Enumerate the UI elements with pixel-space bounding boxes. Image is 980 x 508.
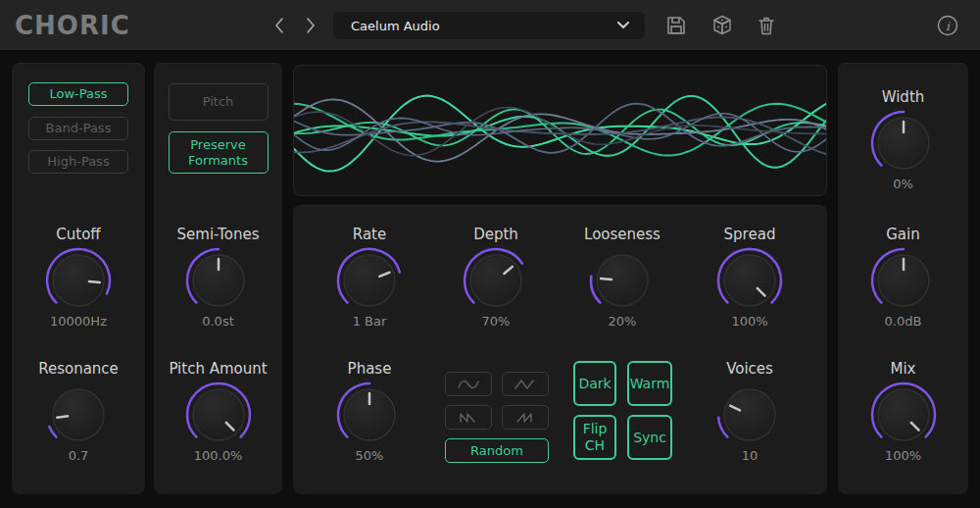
rate-value: 1 Bar	[353, 314, 387, 329]
info-button[interactable]: i	[936, 14, 959, 37]
width-knob[interactable]	[865, 105, 942, 181]
pitch-toggle-button[interactable]: Pitch	[169, 83, 269, 121]
chevron-right-icon	[298, 14, 321, 37]
gain-label: Gain	[886, 225, 920, 244]
depth-knob-group: Depth 70%	[442, 225, 550, 329]
top-bar: CHORIC Caelum Audio	[0, 0, 980, 51]
depth-knob[interactable]	[458, 242, 534, 319]
rate-knob-group: Rate 1 Bar	[316, 225, 423, 329]
svg-text:i: i	[946, 20, 951, 33]
randomize-preset-button[interactable]	[710, 14, 734, 37]
filter-mode-lowpass-button[interactable]: Low-Pass	[28, 82, 128, 106]
modulation-panel: Rate 1 Bar Depth 70% Looseness 20% Sprea…	[293, 205, 827, 494]
preset-name: Caelum Audio	[333, 19, 617, 33]
depth-value: 70%	[482, 314, 511, 329]
voices-knob[interactable]	[711, 377, 788, 453]
resonance-label: Resonance	[38, 359, 119, 379]
lfo-shape-triangle-button[interactable]	[502, 372, 549, 396]
flip-channels-toggle-button[interactable]: Flip CH	[573, 415, 616, 460]
gain-knob[interactable]	[865, 242, 942, 319]
looseness-knob-group: Looseness 20%	[568, 225, 676, 329]
triangle-wave-icon	[514, 378, 537, 391]
cutoff-knob[interactable]	[40, 242, 117, 319]
spread-knob-group: Spread 100%	[696, 225, 804, 329]
pitch-amount-knob-group: Pitch Amount 100.0%	[165, 359, 272, 463]
pitch-amount-value: 100.0%	[194, 448, 243, 463]
mix-label: Mix	[891, 359, 916, 379]
saw-up-wave-icon	[514, 411, 537, 425]
gain-knob-group: Gain 0.0dB	[850, 225, 957, 329]
phase-value: 50%	[356, 448, 384, 463]
info-icon: i	[936, 14, 959, 37]
resonance-value: 0.7	[69, 448, 89, 463]
output-panel: Width 0% Gain 0.0dB Mix 100%	[838, 63, 968, 494]
pitch-panel: Pitch Preserve Formants Semi-Tones 0.0st…	[154, 63, 282, 494]
semitones-label: Semi-Tones	[177, 225, 260, 244]
waveform-display	[293, 65, 827, 196]
sync-toggle-button[interactable]: Sync	[627, 415, 672, 460]
lfo-shape-sine-button[interactable]	[445, 372, 492, 396]
chevron-left-icon	[269, 14, 292, 37]
lfo-shape-random-button[interactable]: Random	[445, 438, 549, 463]
waveform-lines	[294, 66, 826, 195]
mix-value: 100%	[885, 448, 921, 463]
phase-knob-group: Phase 50%	[316, 359, 423, 463]
save-preset-button[interactable]	[664, 14, 688, 37]
depth-label: Depth	[473, 225, 518, 244]
cutoff-value: 10000Hz	[50, 314, 107, 329]
width-value: 0%	[893, 177, 913, 191]
looseness-value: 20%	[609, 314, 637, 329]
width-label: Width	[882, 87, 925, 107]
looseness-label: Looseness	[584, 225, 661, 244]
voices-value: 10	[742, 448, 759, 463]
rate-label: Rate	[353, 225, 386, 244]
voices-knob-group: Voices 10	[696, 359, 804, 463]
trash-icon	[755, 14, 778, 37]
dice-icon	[710, 14, 734, 37]
resonance-knob-group: Resonance 0.7	[24, 359, 132, 463]
chevron-down-icon	[617, 22, 629, 29]
warm-toggle-button[interactable]: Warm	[627, 361, 672, 406]
voices-label: Voices	[726, 359, 773, 379]
sine-wave-icon	[457, 378, 480, 391]
save-icon	[664, 14, 688, 37]
filter-mode-bandpass-button[interactable]: Band-Pass	[28, 117, 128, 140]
cutoff-label: Cutoff	[56, 225, 100, 244]
spread-knob[interactable]	[711, 242, 788, 319]
previous-preset-button[interactable]	[269, 14, 292, 37]
pitch-amount-label: Pitch Amount	[169, 359, 267, 379]
lfo-shape-saw-up-button[interactable]	[502, 405, 549, 430]
gain-value: 0.0dB	[885, 314, 922, 329]
width-knob-group: Width 0%	[850, 87, 957, 191]
choric-plugin-window: CHORIC Caelum Audio	[0, 0, 980, 508]
spread-label: Spread	[724, 225, 776, 244]
filter-panel: Low-Pass Band-Pass High-Pass Cutoff 1000…	[12, 63, 145, 494]
dark-toggle-button[interactable]: Dark	[573, 361, 616, 406]
looseness-knob[interactable]	[584, 242, 661, 319]
filter-mode-highpass-button[interactable]: High-Pass	[28, 150, 128, 174]
phase-knob[interactable]	[331, 377, 408, 453]
rate-knob[interactable]	[331, 242, 408, 319]
semitones-knob-group: Semi-Tones 0.0st	[165, 225, 272, 329]
preset-dropdown[interactable]: Caelum Audio	[333, 12, 645, 39]
cutoff-knob-group: Cutoff 10000Hz	[24, 225, 132, 329]
semitones-value: 0.0st	[202, 314, 234, 329]
mix-knob-group: Mix 100%	[850, 359, 957, 463]
spread-value: 100%	[731, 314, 767, 329]
saw-down-wave-icon	[457, 411, 480, 425]
next-preset-button[interactable]	[298, 14, 321, 37]
app-logo: CHORIC	[15, 11, 130, 40]
delete-preset-button[interactable]	[755, 14, 778, 37]
pitch-amount-knob[interactable]	[180, 377, 257, 453]
preserve-formants-button[interactable]: Preserve Formants	[169, 131, 269, 174]
mix-knob[interactable]	[865, 377, 942, 453]
semitones-knob[interactable]	[180, 242, 257, 319]
phase-label: Phase	[348, 359, 392, 379]
lfo-shape-saw-down-button[interactable]	[445, 405, 492, 430]
resonance-knob[interactable]	[40, 377, 117, 453]
